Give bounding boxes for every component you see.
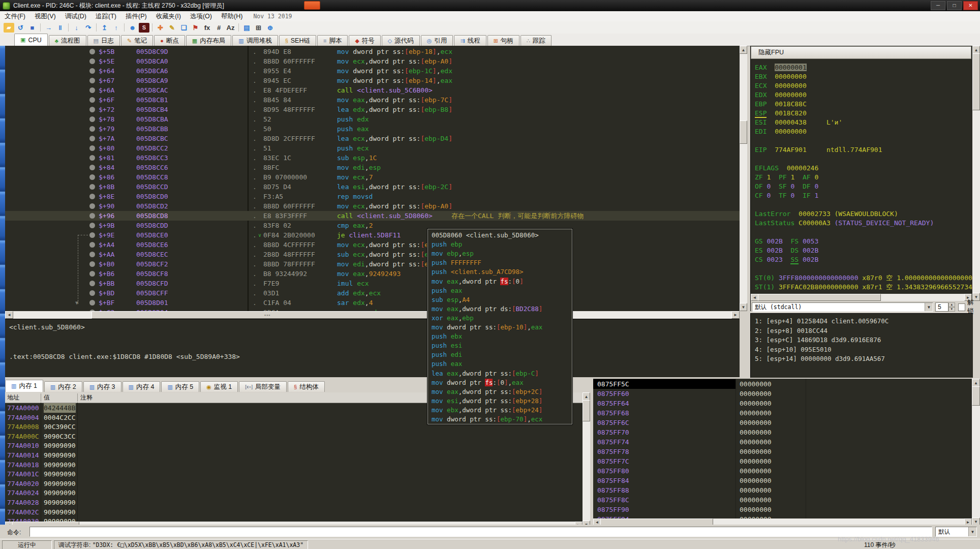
disasm-row[interactable]: $+90005D8CD2.8B8D 60FFFFFFmov ecx,dword … xyxy=(5,201,740,211)
register-line[interactable]: ZF 1 PF 1 AF 0 xyxy=(755,173,818,182)
breakpoint-dot[interactable] xyxy=(89,165,95,170)
menu-item-I[interactable]: 收藏夹(I) xyxy=(151,11,186,21)
stop-icon[interactable]: ■ xyxy=(27,23,38,33)
run-icon[interactable]: → xyxy=(43,23,54,33)
disasm-row[interactable]: $+6F005D8CB1.8B45 84mov eax,dword ptr ss… xyxy=(5,95,740,105)
disasm-row[interactable]: $+86005D8CC8.B9 07000000mov ecx,7 xyxy=(5,172,740,182)
tab-内存4[interactable]: ▥内存 4 xyxy=(122,381,161,392)
chevron-down-icon[interactable]: ▼ xyxy=(925,303,933,311)
disasm-row[interactable]: $+96005D8CD8.E8 83F3FFFFcall <client.sub… xyxy=(5,211,740,221)
stack-row[interactable]: 0875FF7800000000 xyxy=(593,447,972,456)
tab-调用堆栈[interactable]: ▥调用堆栈 xyxy=(232,35,278,46)
tab-脚本[interactable]: ≡脚本 xyxy=(317,35,348,46)
breakpoint-dot[interactable] xyxy=(89,242,95,248)
tab-局部变量[interactable]: [x=]局部变量 xyxy=(239,381,287,392)
disasm-row[interactable]: $+9B005D8CDD.83F8 02cmp eax,2 xyxy=(5,221,740,230)
register-line[interactable]: EBX 00000000 xyxy=(755,72,807,81)
disasm-row[interactable]: $+5B005D8C9D.894D E8mov dword ptr ss:[eb… xyxy=(5,47,740,56)
breakpoint-dot[interactable] xyxy=(89,78,95,83)
tab-断点[interactable]: ●断点 xyxy=(154,35,185,46)
disasm-row[interactable]: $+A4005D8CE6.8B8D 4CFFFFFFmov ecx,dword … xyxy=(5,240,740,250)
breakpoint-dot[interactable] xyxy=(89,107,95,112)
execute-till-return-icon[interactable]: ↥ xyxy=(99,23,110,33)
docked-taskbar-strip[interactable] xyxy=(0,46,5,549)
tab-笔记[interactable]: ✎笔记 xyxy=(121,35,153,46)
minimize-button[interactable]: ─ xyxy=(931,1,945,10)
tab-线程[interactable]: ⇉线程 xyxy=(454,35,486,46)
tab-跟踪[interactable]: ∴跟踪 xyxy=(520,35,552,46)
run-to-user-code-icon[interactable]: ☻ xyxy=(127,23,138,33)
tab-符号[interactable]: ◆符号 xyxy=(349,35,380,46)
disasm-row[interactable]: $+80005D8CC2.51push ecx xyxy=(5,143,740,153)
chevron-down-icon[interactable]: ▼ xyxy=(968,527,976,536)
breakpoint-dot[interactable] xyxy=(89,97,95,103)
register-line[interactable]: ES 002B DS 002B xyxy=(755,246,818,255)
disasm-row[interactable]: $+B6005D8CF8.B8 93244992mov eax,92492493 xyxy=(5,269,740,279)
stack-row[interactable]: 0875FF7400000000 xyxy=(593,437,972,447)
memory-vertical-scrollbar[interactable]: ▲ ▼ xyxy=(583,392,590,529)
disasm-row[interactable]: $+8B005D8CCD.8D75 D4lea esi,dword ptr ss… xyxy=(5,182,740,192)
disasm-row[interactable]: $+72005D8CB4.8D95 48FFFFFFlea edx,dword … xyxy=(5,105,740,114)
disasm-vertical-scrollbar[interactable]: ▲ ▼ xyxy=(740,46,747,311)
disasm-row[interactable]: $+84005D8CC6.8BFCmov edi,esp xyxy=(5,163,740,172)
tab-内存5[interactable]: ▥内存 5 xyxy=(161,381,199,392)
breakpoint-dot[interactable] xyxy=(89,223,95,228)
breakpoint-dot[interactable] xyxy=(89,194,95,199)
disasm-row[interactable]: $+BD005D8CFF.03D1add edx,ecx xyxy=(5,288,740,298)
function-icon[interactable]: fx xyxy=(202,23,212,33)
register-line[interactable]: ESP 0018C820 xyxy=(755,109,807,118)
argument-row[interactable]: 4: [esp+10] 095E5010 xyxy=(755,345,832,354)
command-profile-combobox[interactable]: 默认 ▼ xyxy=(935,527,977,537)
register-line[interactable]: CF 0 TF 0 IF 1 xyxy=(755,191,818,200)
disasm-row[interactable]: $+BF005D8D01.C1FA 04sar edx,4 xyxy=(5,298,740,308)
command-input[interactable] xyxy=(29,527,932,537)
stack-row[interactable]: 0875FF6C00000000 xyxy=(593,418,972,428)
arguments-pane[interactable]: 1: [esp+4] 012584D4 client.0059670C2: [e… xyxy=(750,313,973,378)
open-folder-icon[interactable]: ▰ xyxy=(4,23,14,33)
disasm-horizontal-scrollbar[interactable]: ◄ ▪▪▪ ► xyxy=(5,311,740,319)
disasm-row[interactable]: $+8E005D8CD0.F3:A5rep movsd xyxy=(5,192,740,201)
device-icon[interactable]: ▤ xyxy=(241,23,252,33)
step-over-icon[interactable]: ↷ xyxy=(83,23,94,33)
breakpoint-dot[interactable] xyxy=(89,174,95,180)
register-line[interactable]: ST(0) 3FFF8000000000000000 x87r0 空 1.000… xyxy=(755,273,976,283)
globe-icon[interactable]: ⊕ xyxy=(265,23,275,33)
menu-item-O[interactable]: 选项(O) xyxy=(186,11,217,21)
breakpoint-dot[interactable] xyxy=(89,155,95,161)
breakpoint-dot[interactable] xyxy=(89,126,95,132)
memory-row[interactable]: 774A001490909090 xyxy=(5,450,583,460)
breakpoint-dot[interactable] xyxy=(89,136,95,141)
patch-icon[interactable]: ✚ xyxy=(155,23,166,33)
breakpoint-dot[interactable] xyxy=(89,145,95,151)
tab-SEH链[interactable]: §SEH链 xyxy=(279,35,316,46)
breakpoint-dot[interactable] xyxy=(89,271,95,277)
register-line[interactable]: EFLAGS 00000246 xyxy=(755,164,818,173)
disasm-row[interactable]: $+64005D8CA6.8955 E4mov dword ptr ss:[eb… xyxy=(5,66,740,76)
stack-row[interactable]: 0875FF6000000000 xyxy=(593,389,972,399)
breakpoint-dot[interactable] xyxy=(89,290,95,296)
stack-row[interactable]: 0875FF8000000000 xyxy=(593,466,972,476)
tab-内存2[interactable]: ▥内存 2 xyxy=(44,381,82,392)
step-into-icon[interactable]: ↓ xyxy=(71,23,82,33)
tab-内存3[interactable]: ▥内存 3 xyxy=(83,381,121,392)
breakpoint-dot[interactable] xyxy=(89,49,95,54)
register-line[interactable]: CS 0023 SS 002B xyxy=(755,255,818,264)
memory-row[interactable]: 774A001C90909090 xyxy=(5,469,583,479)
tab-监视1[interactable]: ◉监视 1 xyxy=(200,381,238,392)
memory-row[interactable]: 774A001890909090 xyxy=(5,460,583,470)
breakpoint-dot[interactable] xyxy=(89,261,95,267)
menu-item-F[interactable]: 文件(F) xyxy=(0,11,30,21)
stack-pane[interactable]: 0875FF5C000000000875FF60000000000875FF64… xyxy=(593,379,972,518)
strings-icon[interactable]: Az xyxy=(225,23,236,33)
register-line[interactable]: LastStatus C00000A3 (STATUS_DEVICE_NOT_R… xyxy=(755,219,934,228)
menu-item-V[interactable]: 视图(V) xyxy=(30,11,60,21)
register-line[interactable]: EBP 0018C88C xyxy=(755,100,807,109)
breakpoint-dot[interactable] xyxy=(89,116,95,122)
registers-vertical-scrollbar[interactable]: ▲ ▼ xyxy=(972,46,980,301)
breakpoint-dot[interactable] xyxy=(89,68,95,74)
disasm-row[interactable]: $+C2005D8D04.8BCAmov ecx,edx xyxy=(5,308,740,311)
breakpoint-dot[interactable] xyxy=(89,203,95,209)
menu-item-P[interactable]: 插件(P) xyxy=(121,11,151,21)
menu-item-T[interactable]: 追踪(T) xyxy=(91,11,121,21)
stack-row[interactable]: 0875FF6800000000 xyxy=(593,408,972,418)
